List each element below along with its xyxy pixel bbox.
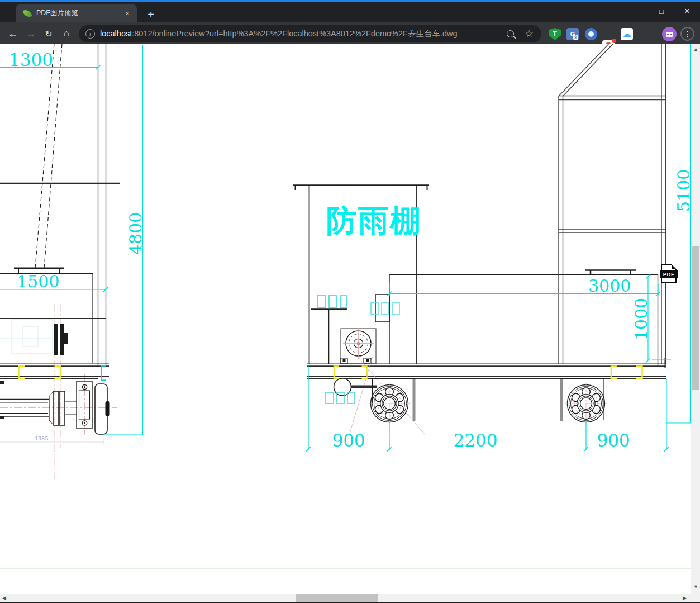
browser-tab[interactable]: PDF图片预览 × bbox=[16, 4, 137, 22]
bolt-dot bbox=[84, 422, 85, 424]
scroll-right-arrow[interactable]: ▶ bbox=[683, 596, 687, 601]
scroll-up-arrow[interactable]: ▲ bbox=[693, 47, 698, 52]
dim-900-right: 900 bbox=[597, 430, 630, 450]
yellow-brackets-center bbox=[334, 367, 642, 379]
cad-preview-canvas: 1385 1300 4800 1500 防雨棚 bbox=[0, 44, 691, 594]
slant-braces bbox=[35, 44, 62, 268]
edge-lug bbox=[0, 416, 4, 419]
back-button[interactable]: ← bbox=[6, 27, 20, 40]
idler-circle bbox=[334, 378, 351, 396]
wheel-right bbox=[565, 383, 607, 425]
control-box bbox=[375, 295, 389, 322]
dim-3000: 3000 bbox=[588, 276, 631, 296]
pdf-download-button[interactable]: PDF bbox=[661, 264, 677, 283]
tab-title: PDF图片预览 bbox=[36, 8, 122, 18]
browser-menu-button[interactable]: ⋮ bbox=[680, 27, 694, 41]
url-host: localhost bbox=[100, 29, 132, 38]
address-bar[interactable]: i localhost:8012/onlinePreview?url=http%… bbox=[79, 25, 541, 42]
toolbar-separator bbox=[655, 29, 655, 39]
left-view: 1385 1300 4800 1500 bbox=[0, 44, 145, 481]
dim-1300: 1300 bbox=[9, 50, 53, 70]
flange-upper bbox=[54, 324, 68, 355]
extension-cloud-icon[interactable]: ☁ bbox=[621, 28, 633, 40]
reload-button[interactable]: ↻ bbox=[41, 27, 56, 40]
motor bbox=[341, 328, 376, 364]
zoom-icon[interactable] bbox=[507, 30, 514, 37]
dim-1500: 1500 bbox=[17, 272, 59, 291]
shelter-label: 防雨棚 bbox=[326, 203, 422, 239]
window-minimize-button[interactable]: – bbox=[622, 2, 648, 21]
bolt-dot bbox=[84, 386, 85, 388]
main-view: 防雨棚 bbox=[293, 44, 691, 452]
main-dims bbox=[306, 44, 691, 452]
left-structure bbox=[0, 44, 120, 366]
dim-1000: 1000 bbox=[631, 298, 651, 340]
extension-orbit-icon[interactable] bbox=[585, 28, 597, 40]
dim-5100: 5100 bbox=[674, 169, 691, 212]
url-path: :8012/onlinePreview?url=http%3A%2F%2Floc… bbox=[132, 29, 457, 38]
robot-face-icon bbox=[666, 32, 673, 37]
dim-2200: 2200 bbox=[454, 430, 498, 450]
dim-4800: 4800 bbox=[126, 212, 145, 255]
yellow-brackets-left bbox=[19, 366, 61, 379]
forward-button[interactable]: → bbox=[23, 27, 38, 40]
profile-avatar[interactable] bbox=[662, 27, 677, 41]
url-text[interactable]: localhost:8012/onlinePreview?url=http%3A… bbox=[100, 29, 507, 39]
scrollbar-corner bbox=[691, 594, 700, 602]
translate-sub-letter: 文 bbox=[573, 35, 578, 40]
scroll-left-arrow[interactable]: ◀ bbox=[2, 596, 6, 601]
bookmark-star-icon[interactable]: ☆ bbox=[525, 28, 534, 40]
page-info-icon[interactable]: i bbox=[85, 29, 95, 39]
titlebar: PDF图片预览 × bbox=[0, 2, 700, 22]
cyan-bracket bbox=[102, 366, 107, 381]
cad-drawing: 1385 1300 4800 1500 防雨棚 bbox=[0, 44, 691, 594]
scroll-down-arrow[interactable]: ▼ bbox=[693, 585, 698, 590]
pdf-label: PDF bbox=[660, 270, 678, 278]
wheel-contact bbox=[106, 401, 110, 416]
window-close-button[interactable]: × bbox=[674, 2, 700, 21]
wheel-left bbox=[368, 383, 411, 425]
home-button[interactable]: ⌂ bbox=[59, 27, 74, 40]
cyan-markers-row1 bbox=[317, 296, 346, 308]
vertical-scrollbar-thumb[interactable] bbox=[692, 246, 699, 390]
extension-translate-icon[interactable]: G文 bbox=[566, 28, 579, 40]
new-tab-button[interactable]: + bbox=[143, 7, 159, 22]
horizontal-scrollbar-thumb[interactable] bbox=[296, 594, 378, 602]
page-fold-icon bbox=[672, 264, 677, 269]
edge-lug bbox=[0, 381, 4, 384]
dim-1385: 1385 bbox=[35, 435, 48, 441]
tab-close-icon[interactable]: × bbox=[122, 8, 132, 18]
faint-outlines bbox=[0, 320, 53, 353]
dim-900-left: 900 bbox=[332, 430, 365, 450]
window-maximize-button[interactable]: □ bbox=[649, 2, 674, 21]
spring-leaf-favicon bbox=[23, 8, 32, 18]
